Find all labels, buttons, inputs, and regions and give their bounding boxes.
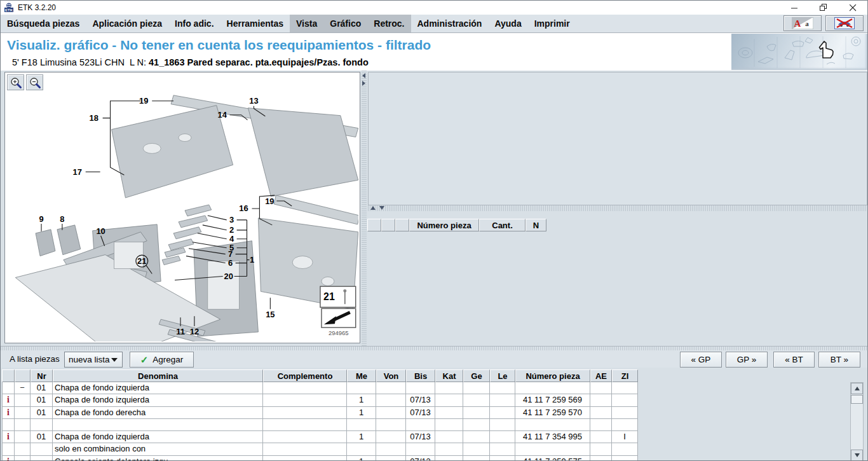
font-size-button[interactable]: A a: [783, 15, 822, 31]
horizontal-splitter[interactable]: [368, 205, 867, 211]
banner-graphic: [731, 34, 867, 70]
col-bis: Bis: [406, 369, 435, 382]
window-title: ETK 3.2.20: [18, 3, 56, 12]
table-row[interactable]: i01Chapa de fondo derecha107/1341 11 7 2…: [2, 407, 638, 419]
menu-imprimir[interactable]: Imprimir: [528, 15, 576, 32]
callout-13[interactable]: 13: [249, 96, 258, 106]
add-button[interactable]: ✓ Agregar: [130, 352, 194, 368]
scroll-down-button[interactable]: [851, 450, 863, 461]
cell-kat: [435, 431, 463, 443]
graphic-panel[interactable]: 19181314171619324571620981021151112 21 2…: [4, 72, 360, 343]
list-select[interactable]: nueva lista: [64, 352, 123, 368]
zoom-out-button[interactable]: [26, 74, 43, 90]
cell-me: [347, 419, 376, 431]
callout-10[interactable]: 10: [96, 226, 105, 236]
cell-numero: 41 11 7 259 569: [515, 394, 590, 406]
cell-expand: [15, 456, 31, 461]
callout-19[interactable]: 19: [265, 196, 274, 206]
callout-1[interactable]: 1: [250, 255, 254, 265]
cell-info: i: [2, 456, 15, 461]
collapse-left-icon[interactable]: [362, 73, 365, 78]
menu-info-adic-[interactable]: Info adic.: [168, 15, 220, 32]
minimize-button[interactable]: [780, 1, 809, 15]
cell-le: [490, 431, 515, 443]
callout-18[interactable]: 18: [89, 113, 98, 123]
callout-14[interactable]: 14: [218, 110, 227, 120]
cell-bis: [406, 443, 435, 455]
gp-prev-button[interactable]: « GP: [680, 352, 722, 368]
callout-19[interactable]: 19: [139, 96, 148, 106]
cell-info: [2, 382, 15, 394]
cell-me: 1: [347, 456, 376, 461]
menu-ayuda[interactable]: Ayuda: [488, 15, 527, 32]
cell-complemento: [263, 419, 347, 431]
cell-bis: 07/13: [406, 431, 435, 443]
cell-ae: [590, 394, 612, 406]
callout-17[interactable]: 17: [73, 167, 82, 177]
callout-20[interactable]: 20: [224, 272, 233, 281]
vertical-splitter[interactable]: [362, 71, 367, 346]
collapse-up-icon[interactable]: [370, 206, 376, 210]
cell-complemento: [263, 443, 347, 455]
gp-next-button[interactable]: GP »: [726, 352, 768, 368]
bt-prev-button[interactable]: « BT: [773, 352, 815, 368]
table-row[interactable]: i01Chapa de fondo izquierda107/1341 11 7…: [2, 431, 638, 443]
callout-4[interactable]: 4: [229, 234, 234, 244]
col-denomina: Denomina: [53, 369, 263, 382]
scrollbar-thumb[interactable]: [851, 395, 863, 404]
scroll-up-button[interactable]: [851, 383, 863, 394]
callout-8[interactable]: 8: [60, 214, 64, 224]
callout-21[interactable]: 21: [137, 256, 146, 266]
menu-herramientas[interactable]: Herramientas: [220, 15, 290, 32]
titlebar: ETK ETK 3.2.20: [1, 1, 867, 15]
callout-2[interactable]: 2: [229, 225, 234, 235]
callout-7[interactable]: 7: [228, 249, 233, 259]
table-row[interactable]: −01Chapa de fondo izquierda: [2, 382, 638, 394]
table-row[interactable]: iConsola asiento delantero izqu107/1341 …: [2, 456, 638, 461]
menu-b-squeda-piezas[interactable]: Búsqueda piezas: [1, 15, 86, 32]
cell-ge: [463, 443, 490, 455]
menu-aplicaci-n-pieza[interactable]: Aplicación pieza: [86, 15, 168, 32]
cell-kat: [435, 407, 463, 419]
cell-me: [347, 443, 376, 455]
menu-administraci-n[interactable]: Administración: [411, 15, 489, 32]
callout-3[interactable]: 3: [229, 215, 234, 224]
cell-ae: [590, 456, 612, 461]
callout-11[interactable]: 11: [176, 327, 185, 336]
menu-gr-fico[interactable]: Gráfico: [323, 15, 367, 32]
table-row[interactable]: solo en combinacion con: [2, 443, 638, 455]
toolbar-splitter[interactable]: [1, 347, 867, 350]
col-le: Le: [490, 369, 515, 382]
col-ge: Ge: [463, 369, 490, 382]
collapse-down-icon[interactable]: [379, 206, 384, 210]
hide-graphic-button[interactable]: [825, 15, 864, 31]
section-label: 41_1863 Pared separac. pta.equipajes/Pza…: [149, 57, 369, 67]
close-button[interactable]: [838, 1, 867, 15]
menu-vista[interactable]: Vista: [290, 15, 323, 32]
add-button-label: Agregar: [153, 355, 183, 364]
callout-6[interactable]: 6: [228, 258, 233, 268]
callout-12[interactable]: 12: [190, 327, 199, 336]
parts-list-table: NrDenominaComplementoMeVonBisKatGeLeNúme…: [1, 368, 867, 461]
table-row[interactable]: i01Chapa de fondo izquierda107/1341 11 7…: [2, 394, 638, 406]
cell-expand: [15, 431, 31, 443]
bt-next-button[interactable]: BT »: [818, 352, 860, 368]
callout-9[interactable]: 9: [39, 214, 43, 224]
cell-ge: [463, 419, 490, 431]
collapse-right-icon[interactable]: [362, 81, 365, 86]
cell-ae: [590, 419, 612, 431]
exploded-diagram[interactable]: 19181314171619324571620981021151112 21 2…: [5, 72, 358, 341]
table-row[interactable]: [2, 419, 638, 431]
cell-numero: [515, 419, 590, 431]
cell-zi: [612, 382, 638, 394]
callout-15[interactable]: 15: [266, 310, 275, 319]
restore-button[interactable]: [809, 1, 838, 15]
cell-von: [376, 419, 406, 431]
cell-complemento: [263, 431, 347, 443]
cell-numero: 41 11 7 354 995: [515, 431, 590, 443]
vertical-scrollbar[interactable]: [850, 382, 864, 461]
menu-retroc-[interactable]: Retroc.: [367, 15, 410, 32]
zoom-in-button[interactable]: [7, 74, 24, 90]
callout-16[interactable]: 16: [239, 203, 248, 213]
chevron-down-icon: [111, 358, 118, 362]
